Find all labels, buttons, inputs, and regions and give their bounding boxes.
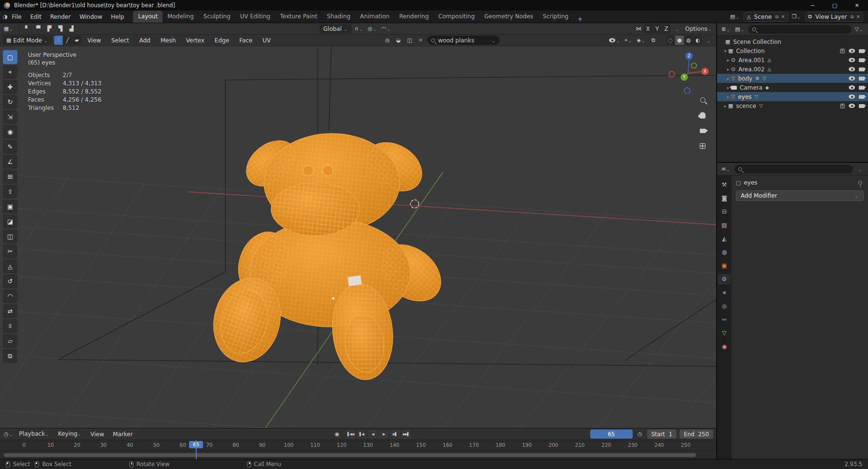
view-layer-selector[interactable]: View Layer ⧉ ✕ — [805, 12, 863, 22]
new-view-layer-button[interactable]: ⧉ — [850, 14, 854, 20]
properties-tab[interactable]: ◙ — [718, 193, 731, 203]
properties-tab[interactable]: ⚒ — [718, 179, 731, 190]
blender-menu-icon[interactable] — [3, 14, 8, 19]
active-tool-dropdown[interactable] — [3, 25, 14, 33]
disable-in-renders-icon[interactable] — [859, 49, 865, 53]
disclosure-arrow[interactable]: ▸ — [725, 94, 731, 99]
scene-selector[interactable]: Scene ⧉ ✕ — [744, 12, 788, 22]
wireframe-shading-button[interactable] — [666, 36, 675, 45]
outliner-row[interactable]: ▸ body — [717, 74, 868, 83]
workspace-tab[interactable]: Layout — [133, 11, 163, 23]
mirror-options-dropdown[interactable] — [673, 25, 682, 33]
tool-button[interactable]: ⇄ — [3, 304, 17, 318]
exclude-checkbox[interactable] — [840, 49, 845, 54]
remove-view-layer-button[interactable]: ✕ — [856, 14, 860, 19]
select-mode-extend[interactable] — [34, 25, 42, 33]
menu-item[interactable]: File — [8, 11, 26, 23]
zoom-button[interactable] — [697, 94, 708, 105]
unlink-scene-button[interactable]: ✕ — [781, 14, 785, 19]
workspace-tab[interactable]: Shading — [322, 11, 355, 23]
visibility-dropdown[interactable] — [608, 36, 621, 45]
workspace-tab[interactable]: Geometry Nodes — [479, 11, 538, 23]
auto-keying-toggle[interactable]: ◉ — [333, 430, 341, 439]
tool-button[interactable]: ◪ — [3, 214, 17, 228]
properties-tab[interactable]: ⊟ — [718, 206, 731, 217]
menu-item[interactable]: Help — [107, 11, 128, 23]
menu-item[interactable]: Render — [46, 11, 75, 23]
disclosure-arrow[interactable]: ▸ — [725, 58, 731, 63]
options-dropdown[interactable]: Options — [684, 25, 713, 33]
overlays-dropdown[interactable] — [636, 36, 647, 45]
material-shading-button[interactable] — [684, 36, 693, 45]
workspace-tab[interactable]: Rendering — [394, 11, 434, 23]
properties-search[interactable] — [734, 165, 853, 174]
rendered-shading-button[interactable] — [693, 36, 702, 45]
new-scene-button[interactable]: ⧉ — [775, 14, 778, 20]
transport-button[interactable]: ▶ — [379, 430, 389, 439]
outliner-row[interactable]: ▸ eyes — [717, 92, 868, 101]
frame-end-field[interactable]: End 250 — [679, 429, 713, 439]
outliner-row[interactable]: ▸ scence — [717, 101, 868, 110]
minimize-button[interactable]: ─ — [801, 0, 824, 11]
mirror-axis-button[interactable]: X — [644, 24, 652, 33]
solid-shading-button[interactable] — [675, 36, 684, 45]
tool-button[interactable]: ◠ — [3, 289, 17, 303]
outliner-editor-dropdown[interactable] — [720, 25, 732, 34]
disclosure-arrow[interactable]: ▸ — [722, 104, 728, 108]
3d-cursor[interactable] — [407, 197, 422, 211]
add-workspace-button[interactable]: + — [573, 16, 587, 23]
disable-in-renders-icon[interactable] — [859, 58, 865, 62]
outliner-row[interactable]: Scene Collection — [717, 37, 868, 46]
tool-button[interactable]: ✎ — [3, 140, 17, 154]
disable-in-renders-icon[interactable] — [859, 77, 865, 80]
mirror-axis-button[interactable]: Y — [653, 24, 662, 33]
outliner-item-label[interactable]: Area.001 — [738, 57, 764, 64]
select-mode-subtract[interactable] — [45, 25, 54, 33]
viewport-menu-item[interactable]: View — [83, 35, 105, 46]
viewport-menu-item[interactable]: Mesh — [157, 35, 180, 46]
edge-select-button[interactable] — [63, 36, 72, 45]
tool-button[interactable]: ⊞ — [3, 170, 17, 184]
exclude-checkbox[interactable] — [840, 104, 845, 108]
mode-dropdown[interactable]: Edit Mode — [3, 36, 52, 45]
tool-button[interactable]: ▣ — [3, 200, 17, 214]
viewport-menu-item[interactable]: Add — [136, 35, 154, 46]
hide-in-viewport-icon[interactable] — [849, 58, 855, 62]
outliner-item-label[interactable]: Collection — [736, 48, 764, 54]
falloff-dropdown[interactable] — [380, 25, 392, 33]
gizmo-z-neg[interactable] — [684, 88, 690, 94]
properties-tab[interactable]: ◭ — [718, 233, 731, 244]
maximize-button[interactable]: ▢ — [824, 0, 846, 11]
display-toggle-1[interactable] — [383, 36, 392, 45]
gizmo-x-neg[interactable] — [669, 71, 675, 77]
timeline-menu-item[interactable]: Keying — [54, 428, 85, 440]
select-mode-intersect[interactable] — [67, 25, 76, 33]
outliner-filter-dropdown[interactable] — [854, 25, 865, 34]
viewport-menu-item[interactable]: UV — [258, 35, 274, 46]
workspace-tab[interactable]: UV Editing — [235, 11, 275, 23]
timeline-menu-item[interactable]: Marker — [109, 429, 136, 440]
properties-tab[interactable]: ▣ — [718, 260, 731, 271]
close-button[interactable]: ✕ — [846, 0, 868, 11]
select-mode-new[interactable] — [23, 25, 31, 33]
outliner-row[interactable]: ▾ Collection — [717, 46, 868, 55]
perspective-toggle-button[interactable] — [697, 141, 708, 151]
display-toggle-3[interactable] — [405, 36, 414, 45]
camera-view-button[interactable] — [697, 125, 708, 136]
workspace-tab[interactable]: Scripting — [538, 11, 573, 23]
use-preview-range-toggle[interactable] — [636, 430, 644, 439]
tool-button[interactable]: ⇲ — [3, 110, 17, 124]
tool-button[interactable]: ⇧ — [3, 185, 17, 199]
viewport-menu-item[interactable]: Face — [235, 35, 256, 46]
navigation-gizmo[interactable]: Z X Y — [666, 49, 710, 94]
tool-button[interactable]: ⇳ — [3, 319, 17, 333]
hide-in-viewport-icon[interactable] — [849, 85, 855, 90]
hide-in-viewport-icon[interactable] — [849, 49, 855, 53]
hide-in-viewport-icon[interactable] — [849, 104, 855, 108]
hide-in-viewport-icon[interactable] — [849, 94, 855, 99]
add-modifier-button[interactable]: Add Modifier — [736, 190, 864, 201]
timeline-menu-item[interactable]: Playback — [15, 428, 54, 440]
properties-editor-dropdown[interactable] — [720, 165, 732, 174]
bear-eye-left[interactable] — [303, 165, 313, 176]
face-select-button[interactable] — [72, 36, 81, 45]
